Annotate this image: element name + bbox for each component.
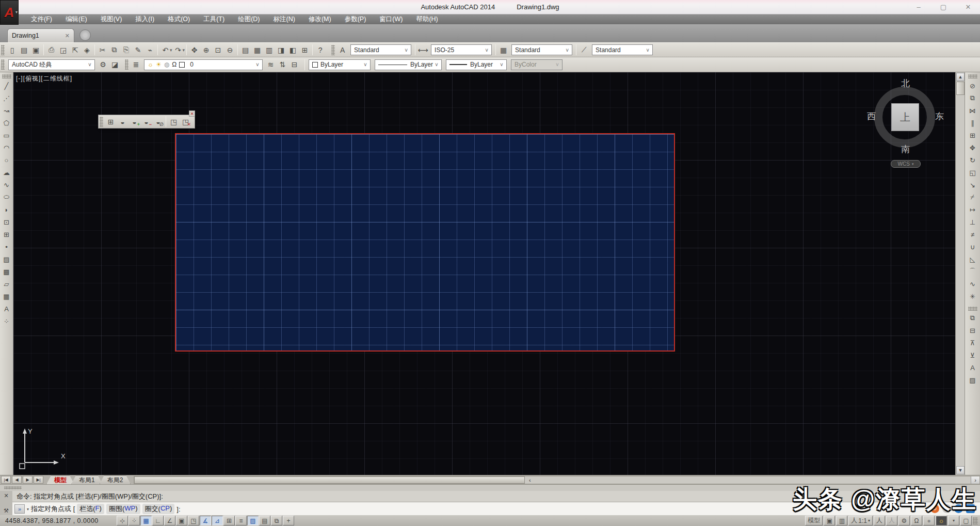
recent-commands-icon[interactable]: »	[14, 504, 25, 514]
last-tab-button[interactable]: ▶|	[34, 476, 43, 484]
workspace-combo[interactable]: AutoCAD 经典 ˅	[8, 59, 95, 70]
toolbar-close-icon[interactable]: ✕	[189, 110, 195, 117]
wcs-menu[interactable]: WCS ▾	[891, 160, 921, 168]
auto-annotation-button[interactable]: 人	[886, 516, 897, 525]
linetype-combo[interactable]: ByLayer ˅	[375, 59, 442, 70]
hatch-to-back-tool[interactable]: ▨	[967, 374, 979, 386]
gradient-tool[interactable]: ▩	[1, 265, 13, 278]
toolbar-grip[interactable]	[2, 74, 11, 78]
model-tab[interactable]: 模型	[46, 475, 74, 484]
region-tool[interactable]: ▱	[1, 278, 13, 290]
clean-screen-button[interactable]: ▢	[960, 516, 972, 525]
lineweight-toggle[interactable]: ≡	[235, 516, 247, 525]
designcenter-button[interactable]: ▦	[251, 44, 263, 56]
toolbar-grip[interactable]	[100, 117, 103, 127]
menu-window[interactable]: 窗口(W)	[373, 14, 409, 24]
combo-arrow-icon[interactable]: ˅	[433, 61, 440, 69]
layer-states-button[interactable]: ≋	[265, 59, 277, 71]
viewcube-east[interactable]: 东	[935, 110, 944, 122]
properties-button[interactable]: ▤	[239, 44, 251, 56]
command-customize-icon[interactable]: ⚒	[4, 507, 9, 514]
send-under-objects-tool[interactable]: ⊻	[967, 349, 979, 361]
layer-combo[interactable]: ☼ ☀ ◍ Ω 0 ˅	[144, 59, 263, 70]
table-tool[interactable]: ▦	[1, 290, 13, 302]
layer-properties-button[interactable]: ≣	[130, 59, 142, 71]
break-at-point-tool[interactable]: ⊥	[967, 216, 979, 228]
table-style-combo[interactable]: Standard ˅	[511, 44, 572, 55]
toolbar-grip[interactable]	[1, 59, 5, 70]
trim-tool[interactable]: ⌿	[967, 191, 979, 203]
cut-button[interactable]: ✂	[97, 44, 108, 56]
toolbar-grip[interactable]	[125, 59, 128, 70]
circle-tool[interactable]: ○	[1, 154, 13, 166]
dim-style-combo[interactable]: ISO-25 ˅	[431, 44, 492, 55]
annotation-monitor-toggle[interactable]: +	[283, 516, 294, 525]
polyline-tool[interactable]: ↝	[1, 104, 13, 117]
offset-tool[interactable]: ∥	[967, 117, 979, 129]
fillet-tool[interactable]: ⌒	[967, 265, 979, 278]
save-button[interactable]: ▣	[30, 44, 42, 56]
toolbar-grip[interactable]	[968, 307, 977, 311]
sphere-icon[interactable]: ◒	[117, 116, 128, 127]
paste-button[interactable]: ⎘	[120, 44, 132, 56]
menu-edit[interactable]: 编辑(E)	[59, 14, 93, 24]
option-cpolygon[interactable]: 圈交(CP)	[142, 504, 175, 514]
rotate-tool[interactable]: ↻	[967, 154, 979, 166]
join-tool[interactable]: ∪	[967, 241, 979, 253]
rectangle-tool[interactable]: ▭	[1, 129, 13, 141]
layer-on-icon[interactable]: ☼	[148, 61, 153, 68]
hardware-acceleration-button[interactable]: ☼	[936, 516, 947, 525]
toolbar-grip[interactable]	[968, 74, 977, 78]
workspace-settings-button[interactable]: ⚙	[97, 59, 109, 71]
extend-tool[interactable]: ↦	[967, 203, 979, 216]
drawing-tab[interactable]: Drawing1 ✕	[7, 28, 74, 42]
vertical-scrollbar[interactable]: ▲ ▼	[955, 72, 965, 475]
close-button[interactable]: ✕	[959, 2, 977, 12]
object-snap-toggle[interactable]: ▣	[176, 516, 187, 525]
copy-clip-button[interactable]: ⧉	[108, 44, 120, 56]
tool-palettes-button[interactable]: ▥	[263, 44, 275, 56]
scroll-down-icon[interactable]: ▼	[956, 466, 965, 474]
plot-button[interactable]: ⎙	[45, 44, 57, 56]
viewcube-north[interactable]: 北	[901, 77, 910, 89]
floating-toolbar[interactable]: ⊞ ◒ ◒+ ◒− ◒∅ ◳ ◳✕ ✕	[98, 115, 195, 129]
layer-previous-button[interactable]: ⇅	[277, 59, 288, 71]
chevron-down-icon[interactable]: ▾	[27, 507, 29, 512]
scroll-left-icon[interactable]: ‹	[525, 476, 534, 484]
mtext-tool[interactable]: A	[1, 302, 13, 315]
vertical-scroll-thumb[interactable]	[956, 82, 965, 95]
copy-tool[interactable]: ⧉	[967, 92, 979, 104]
break-tool[interactable]: ≠	[967, 228, 979, 241]
dynamic-ucs-toggle[interactable]: ⊿	[212, 516, 223, 525]
combo-arrow-icon[interactable]: ˅	[498, 61, 505, 69]
viewcube-west[interactable]: 西	[867, 110, 876, 122]
dock-grip[interactable]	[4, 486, 22, 489]
polar-tracking-toggle[interactable]: ∠	[164, 516, 175, 525]
menu-file[interactable]: 文件(F)	[25, 14, 58, 24]
sphere-slash-icon[interactable]: ◒∅	[152, 116, 164, 127]
maximize-button[interactable]: ▢	[935, 2, 952, 12]
mirror-tool[interactable]: ⋈	[967, 104, 979, 117]
hatch-tool[interactable]: ▨	[1, 253, 13, 265]
quick-view-layouts-button[interactable]: ▥	[836, 516, 847, 525]
dynamic-input-toggle[interactable]: ⊞	[223, 516, 235, 525]
cube-delete-icon[interactable]: ◳✕	[180, 116, 191, 127]
viewcube-south[interactable]: 南	[901, 144, 910, 155]
layout1-tab[interactable]: 布局1	[71, 475, 103, 484]
bring-above-objects-tool[interactable]: ⊼	[967, 337, 979, 349]
combo-arrow-icon[interactable]: ˅	[254, 61, 261, 69]
construction-line-tool[interactable]: ⋰	[1, 92, 13, 104]
object-snap-tracking-toggle[interactable]: ∡	[200, 516, 211, 525]
menu-insert[interactable]: 插入(I)	[129, 14, 160, 24]
scroll-right-icon[interactable]: ›	[971, 476, 979, 484]
scale-tool[interactable]: ◱	[967, 166, 979, 179]
tab-close-icon[interactable]: ✕	[65, 33, 70, 39]
send-to-back-tool[interactable]: ⊟	[967, 324, 979, 337]
redo-dropdown-icon[interactable]: ▾	[183, 47, 185, 53]
line-tool[interactable]: ╱	[1, 79, 13, 92]
new-drawing-button[interactable]: ◈	[79, 29, 91, 41]
quick-properties-toggle[interactable]: ▤	[259, 516, 270, 525]
quickcalc-button[interactable]: ⊞	[299, 44, 311, 56]
block-editor-button[interactable]: ⌁	[144, 44, 156, 56]
viewcube-top-face[interactable]: 上	[891, 103, 919, 131]
